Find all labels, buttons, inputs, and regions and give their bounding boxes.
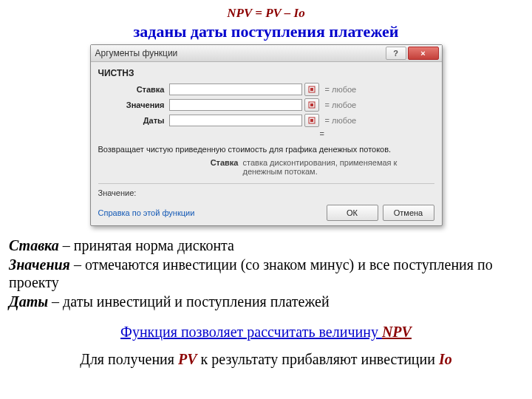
help-link[interactable]: Справка по этой функции bbox=[98, 208, 322, 217]
arg-hint: = любое bbox=[325, 116, 357, 125]
cancel-button[interactable]: Отмена bbox=[383, 205, 434, 221]
divider bbox=[98, 183, 434, 184]
function-name: ЧИСТНЗ bbox=[98, 68, 434, 78]
argument-help-text: ставка дисконтирования, применяемая к де… bbox=[243, 158, 434, 176]
svg-rect-3 bbox=[310, 103, 313, 106]
value-line: Значение: bbox=[98, 188, 434, 197]
dialog-title: Аргументы функции bbox=[94, 48, 384, 58]
argument-help: Ставка ставка дисконтирования, применяем… bbox=[98, 158, 434, 176]
arg-label-values: Значения bbox=[98, 100, 169, 109]
range-picker-icon[interactable] bbox=[304, 114, 319, 127]
note-npv-text: Функция позволяет рассчитать величину bbox=[120, 324, 382, 340]
term-dates: Даты bbox=[9, 293, 48, 310]
term-values-desc: – отмечаются инвестиции (со знаком минус… bbox=[9, 256, 493, 290]
term-dates-desc: – даты инвестиций и поступления платежей bbox=[48, 293, 329, 310]
arg-label-dates: Даты bbox=[98, 116, 169, 125]
note-npv: Функция позволяет рассчитать величину NP… bbox=[9, 324, 523, 341]
function-arguments-dialog: Аргументы функции ? × ЧИСТНЗ Ставка = лю… bbox=[90, 44, 443, 226]
arg-input-dates[interactable] bbox=[169, 115, 302, 126]
ok-button[interactable]: ОК bbox=[327, 205, 378, 221]
npv-term: NPV bbox=[382, 324, 412, 340]
term-rate: Ставка bbox=[9, 237, 59, 253]
svg-rect-5 bbox=[310, 119, 313, 122]
term-rate-desc: – принятая норма дисконта bbox=[59, 237, 234, 253]
arg-hint: = любое bbox=[325, 100, 357, 109]
arg-row: Ставка = любое bbox=[98, 83, 434, 96]
function-description: Возвращает чистую приведенную стоимость … bbox=[98, 144, 434, 155]
arg-input-rate[interactable] bbox=[169, 83, 302, 95]
arg-row: Значения = любое bbox=[98, 98, 434, 112]
help-button[interactable]: ? bbox=[386, 47, 406, 60]
arg-row: Даты = любое bbox=[98, 114, 434, 127]
note-pv-a: Для получения bbox=[80, 351, 178, 367]
term-values: Значения bbox=[9, 256, 70, 273]
range-picker-icon[interactable] bbox=[304, 83, 319, 96]
io-term: Io bbox=[439, 351, 452, 367]
arg-input-values[interactable] bbox=[169, 99, 302, 111]
formula-line: NPV = PV – Io bbox=[9, 6, 523, 21]
titlebar[interactable]: Аргументы функции ? × bbox=[91, 45, 442, 62]
range-picker-icon[interactable] bbox=[304, 98, 319, 112]
explain-block: Ставка – принятая норма дисконта Значени… bbox=[9, 236, 523, 310]
result-equals: = bbox=[98, 129, 434, 138]
argument-help-label: Ставка bbox=[98, 158, 243, 176]
note-pv-b: к результату прибавляют инвестиции bbox=[197, 351, 439, 367]
subtitle: заданы даты поступления платежей bbox=[9, 22, 523, 41]
arg-label-rate: Ставка bbox=[98, 85, 169, 94]
note-pv: Для получения PV к результату прибавляют… bbox=[9, 351, 523, 368]
svg-rect-1 bbox=[310, 88, 313, 91]
arg-hint: = любое bbox=[325, 85, 357, 94]
close-button[interactable]: × bbox=[408, 47, 439, 60]
pv-term: PV bbox=[178, 351, 197, 367]
